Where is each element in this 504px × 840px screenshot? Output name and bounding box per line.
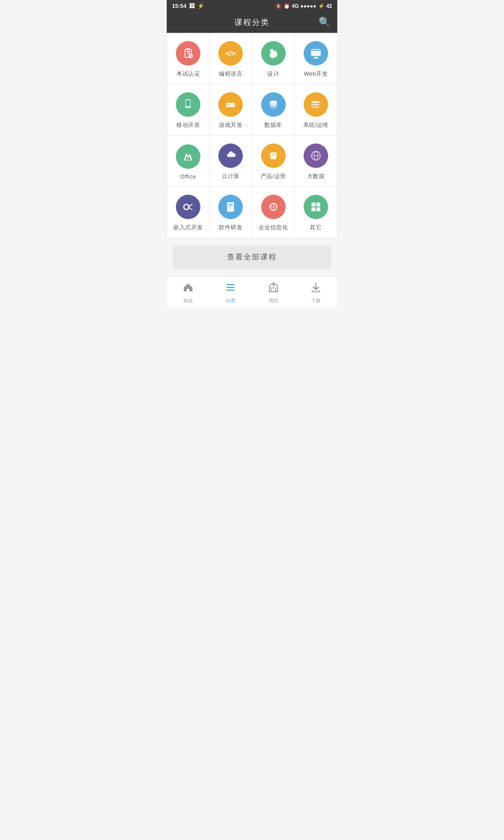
yidong-icon	[176, 92, 200, 117]
svg-rect-37	[312, 207, 315, 211]
ruanjian-label: 软件研发	[219, 224, 242, 231]
usb-icon: ⚡	[197, 3, 204, 9]
category-item-sheji[interactable]: 设计	[252, 33, 295, 84]
svg-point-45	[272, 284, 274, 286]
view-all-button[interactable]: 查看全部课程	[173, 245, 331, 269]
page-header: 课程分类 🔍	[167, 12, 337, 33]
svg-rect-31	[227, 202, 234, 212]
category-grid: 考试认证</>编程语言设计Web开发移动开发游戏开发数据库系统/运维Office…	[167, 33, 337, 238]
status-right: 🔇 ⏰ 4G ●●●●● ⚡ 42	[275, 3, 332, 9]
svg-rect-38	[316, 207, 320, 211]
svg-rect-5	[312, 49, 312, 50]
dashuju-label: 大数据	[307, 172, 325, 180]
svg-rect-6	[313, 49, 314, 50]
sheji-icon	[261, 41, 286, 66]
shujuku-label: 数据库	[264, 121, 282, 129]
svg-point-12	[188, 107, 189, 108]
chanpin-icon	[261, 144, 286, 168]
kaoshi-label: 考试认证	[176, 70, 200, 78]
office-label: Office	[180, 173, 196, 180]
xitong-label: 系统/运维	[303, 121, 329, 129]
photo-icon: 🖼	[189, 3, 195, 9]
category-item-dashuju[interactable]: 大数据	[295, 136, 337, 187]
xitong-icon	[304, 92, 328, 117]
svg-text:</>: </>	[226, 50, 236, 57]
web-label: Web开发	[304, 70, 328, 78]
svg-rect-36	[316, 203, 320, 206]
sheji-label: 设计	[267, 70, 279, 78]
svg-point-15	[232, 104, 233, 105]
qianrushi-label: 嵌入式开发	[173, 224, 203, 231]
dashuju-icon	[304, 144, 328, 168]
fenlei-nav-icon	[225, 282, 236, 296]
jingxuan-nav-icon	[182, 282, 194, 296]
status-time: 15:54	[172, 3, 186, 9]
svg-point-21	[318, 102, 320, 103]
yidong-label: 移动开发	[176, 121, 200, 129]
ruanjian-icon	[218, 195, 243, 219]
yunjisuan-label: 云计算	[222, 172, 240, 180]
svg-rect-7	[314, 49, 315, 50]
fenlei-nav-label: 分类	[226, 298, 235, 304]
qita-icon	[304, 195, 328, 219]
status-left: 15:54 🖼 ⚡	[172, 3, 204, 9]
category-item-xitong[interactable]: 系统/运维	[295, 84, 337, 136]
alarm-icon: ⏰	[284, 3, 290, 9]
category-item-shujuku[interactable]: 数据库	[252, 84, 295, 136]
category-item-biancheng[interactable]: </>编程语言	[210, 33, 252, 84]
kaoshi-icon	[176, 41, 200, 66]
shujuku-icon	[261, 92, 286, 117]
qiye-icon	[261, 195, 286, 219]
xiazai-nav-icon	[310, 282, 322, 296]
category-item-yunjisuan[interactable]: 云计算	[210, 136, 252, 187]
signal-label: 4G ●●●●●	[292, 3, 316, 9]
svg-rect-9	[313, 58, 318, 59]
bottom-nav: 精选分类我的下载	[167, 276, 337, 308]
wode-nav-label: 我的	[269, 298, 278, 304]
category-item-qita[interactable]: 其它	[295, 187, 337, 238]
view-all-section: 查看全部课程	[167, 238, 337, 276]
qiye-label: 企业信息化	[259, 224, 288, 231]
category-item-office[interactable]: Office	[167, 136, 210, 187]
category-item-yidong[interactable]: 移动开发	[167, 84, 210, 136]
category-item-youxi[interactable]: 游戏开发	[210, 84, 252, 136]
svg-point-16	[233, 105, 234, 105]
category-item-qiye[interactable]: 企业信息化	[252, 187, 295, 238]
svg-point-22	[318, 104, 320, 105]
svg-point-23	[318, 107, 320, 108]
svg-rect-35	[312, 203, 315, 206]
chanpin-label: 产品/运营	[261, 172, 286, 180]
svg-rect-32	[228, 204, 233, 205]
status-bar: 15:54 🖼 ⚡ 🔇 ⏰ 4G ●●●●● ⚡ 42	[167, 0, 337, 12]
category-item-kaoshi[interactable]: 考试认证	[167, 33, 210, 84]
xiazai-nav-label: 下载	[311, 298, 321, 304]
svg-point-44	[227, 290, 228, 291]
search-icon[interactable]: 🔍	[318, 17, 330, 28]
category-item-web[interactable]: Web开发	[295, 33, 337, 84]
page-title: 课程分类	[234, 17, 270, 28]
svg-point-42	[227, 284, 228, 285]
svg-rect-8	[314, 57, 318, 58]
category-item-chanpin[interactable]: 产品/运营	[252, 136, 295, 187]
biancheng-label: 编程语言	[219, 70, 242, 78]
nav-item-wode[interactable]: 我的	[261, 280, 286, 306]
svg-rect-33	[228, 206, 233, 206]
category-item-ruanjian[interactable]: 软件研发	[210, 187, 252, 238]
nav-item-jingxuan[interactable]: 精选	[175, 280, 201, 306]
nav-item-xiazai[interactable]: 下载	[303, 280, 329, 306]
qianrushi-icon	[176, 195, 200, 219]
web-icon	[304, 41, 328, 66]
mute-icon: 🔇	[275, 3, 282, 9]
yunjisuan-icon	[218, 144, 243, 168]
youxi-icon	[218, 92, 243, 117]
svg-rect-4	[311, 50, 321, 51]
wode-nav-icon	[268, 282, 279, 296]
battery-percent: 42	[326, 3, 332, 9]
svg-point-43	[227, 287, 228, 288]
youxi-label: 游戏开发	[219, 121, 242, 129]
category-item-qianrushi[interactable]: 嵌入式开发	[167, 187, 210, 238]
nav-item-fenlei[interactable]: 分类	[218, 280, 243, 306]
svg-rect-34	[228, 207, 231, 208]
svg-rect-11	[186, 100, 190, 106]
qita-label: 其它	[310, 224, 322, 231]
